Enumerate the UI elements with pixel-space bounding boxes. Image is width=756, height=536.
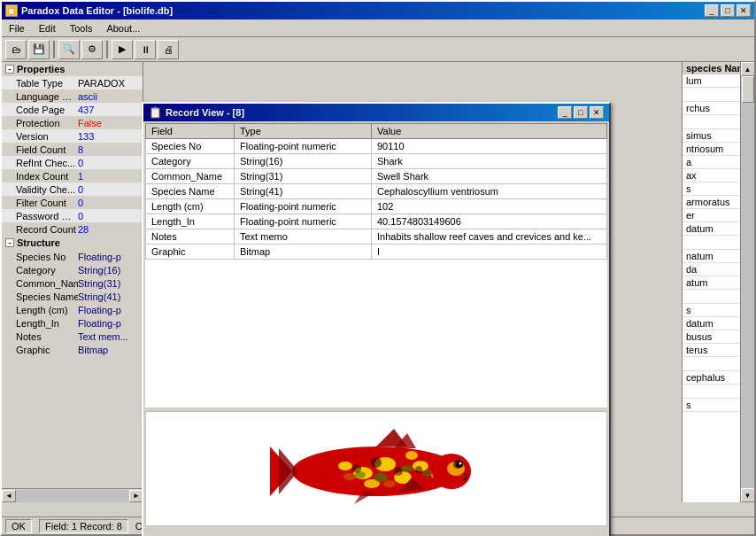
struct-length-cm: Length (cm) Floating-p xyxy=(2,303,143,316)
table-row[interactable]: Length (cm) Floating-point numeric 102 xyxy=(146,199,607,214)
table-row[interactable]: Common_Name String(31) Swell Shark xyxy=(146,169,607,184)
prop-version: Version 133 xyxy=(2,129,143,143)
prop-record-count: Record Count 28 xyxy=(2,222,143,236)
svg-point-18 xyxy=(401,465,413,472)
properties-toggle[interactable]: - xyxy=(5,65,14,74)
struct-notes-label: Notes xyxy=(16,331,78,342)
list-item: lum xyxy=(683,74,740,88)
scroll-thumb[interactable] xyxy=(742,76,754,103)
menu-edit[interactable]: Edit xyxy=(35,22,59,35)
table-row[interactable]: Length_In Floating-point numeric 40.1574… xyxy=(146,214,607,229)
toolbar-settings[interactable]: ⚙ xyxy=(81,40,103,59)
toolbar-open[interactable]: 🗁 xyxy=(5,40,27,59)
list-item: er xyxy=(683,209,740,222)
dialog-title-bar: 📋 Record View - [8] _ □ ✕ xyxy=(143,104,609,121)
left-panel: - Properties Table Type PARADOX Language… xyxy=(2,62,143,520)
list-item: a xyxy=(683,156,740,169)
right-species-list: species Name lum rchus simus ntriosum a … xyxy=(682,62,754,502)
table-row[interactable]: Species No Floating-point numeric 90110 xyxy=(146,139,607,154)
cell-field: Category xyxy=(146,154,235,169)
struct-length-cm-label: Length (cm) xyxy=(16,305,78,315)
window-title: Paradox Data Editor - [biolife.db] xyxy=(21,5,173,16)
cell-field: Length (cm) xyxy=(146,199,235,214)
list-item: datum xyxy=(683,317,740,330)
scroll-track xyxy=(741,76,754,488)
maximize-button[interactable]: □ xyxy=(721,4,735,17)
struct-category-value: String(16) xyxy=(78,265,120,276)
prop-code-page-label: Code Page xyxy=(16,105,78,115)
svg-point-11 xyxy=(343,473,356,480)
toolbar-play[interactable]: ▶ xyxy=(112,40,133,59)
toolbar-search[interactable]: 🔍 xyxy=(58,40,80,59)
prop-table-type-value: PARADOX xyxy=(78,78,125,89)
list-item xyxy=(683,385,740,399)
prop-table-type-label: Table Type xyxy=(16,78,78,89)
cell-type: String(31) xyxy=(235,169,372,184)
table-row[interactable]: Graphic Bitmap I xyxy=(146,245,607,260)
structure-header[interactable]: - Structure xyxy=(2,236,143,250)
list-item xyxy=(683,290,740,304)
cell-value: Shark xyxy=(372,154,607,169)
right-list-scrollbar[interactable]: ▲ ▼ xyxy=(740,62,754,502)
toolbar-pause[interactable]: ⏸ xyxy=(135,40,156,59)
struct-graphic-value: Bitmap xyxy=(78,345,108,355)
dialog-icon: 📋 xyxy=(149,106,162,119)
svg-point-12 xyxy=(371,457,382,468)
scroll-left[interactable]: ◄ xyxy=(2,490,16,502)
menu-about[interactable]: About... xyxy=(103,22,143,35)
svg-point-17 xyxy=(374,473,388,482)
list-item: rchus xyxy=(683,102,740,115)
toolbar-sep2 xyxy=(106,41,108,58)
prop-validity-label: Validity Che... xyxy=(16,184,78,195)
struct-category: Category String(16) xyxy=(2,263,143,276)
table-row[interactable]: Notes Text memo Inhabits shallow reef ca… xyxy=(146,229,607,245)
scroll-down[interactable]: ▼ xyxy=(741,488,755,502)
col-value: Value xyxy=(372,124,607,139)
dialog-footer: Copy to Clipboard OK xyxy=(143,528,609,536)
close-button[interactable]: ✕ xyxy=(737,4,751,17)
struct-common-name-label: Common_Name xyxy=(16,278,78,289)
struct-common-name: Common_Name String(31) xyxy=(2,276,143,290)
cell-field: Species No xyxy=(146,139,235,154)
struct-category-label: Category xyxy=(16,265,78,276)
list-item xyxy=(683,236,740,250)
struct-notes-value: Text mem... xyxy=(78,331,128,342)
window-controls: _ □ ✕ xyxy=(705,4,751,17)
dialog-close[interactable]: ✕ xyxy=(590,106,604,119)
species-header: species Name xyxy=(683,62,740,74)
table-row[interactable]: Species Name String(41) Cephaloscyllium … xyxy=(146,184,607,199)
cell-type: String(16) xyxy=(235,154,372,169)
dialog-maximize[interactable]: □ xyxy=(574,106,588,119)
prop-filter: Filter Count 0 xyxy=(2,196,143,209)
prop-language: Language Dri... ascii xyxy=(2,89,143,103)
struct-length-in-label: Length_In xyxy=(16,318,78,329)
menu-tools[interactable]: Tools xyxy=(66,22,96,35)
prop-table-type: Table Type PARADOX xyxy=(2,76,143,89)
cell-type: String(41) xyxy=(235,184,372,199)
cell-field: Species Name xyxy=(146,184,235,199)
prop-language-label: Language Dri... xyxy=(16,91,78,102)
struct-length-in-value: Floating-p xyxy=(78,318,121,329)
menu-file[interactable]: File xyxy=(5,22,28,35)
list-item: s xyxy=(683,183,740,196)
prop-refint: RefInt Chec... 0 xyxy=(2,156,143,169)
scroll-up[interactable]: ▲ xyxy=(741,62,755,76)
toolbar-print[interactable]: 🖨 xyxy=(158,40,179,59)
prop-validity: Validity Che... 0 xyxy=(2,183,143,196)
list-item: da xyxy=(683,263,740,276)
col-type: Type xyxy=(235,124,372,139)
cell-value: 40.1574803149606 xyxy=(372,214,607,229)
struct-species-name-value: String(41) xyxy=(78,291,120,302)
structure-toggle[interactable]: - xyxy=(5,238,14,247)
prop-password-value: 0 xyxy=(78,211,83,221)
dialog-minimize[interactable]: _ xyxy=(558,106,572,119)
toolbar-save[interactable]: 💾 xyxy=(28,40,50,59)
properties-header[interactable]: - Properties xyxy=(2,62,143,76)
content-area: - Properties Table Type PARADOX Language… xyxy=(2,62,754,520)
svg-point-25 xyxy=(459,462,462,465)
table-row[interactable]: Category String(16) Shark xyxy=(146,154,607,169)
prop-validity-value: 0 xyxy=(78,184,83,195)
minimize-button[interactable]: _ xyxy=(705,4,719,17)
cell-field: Length_In xyxy=(146,214,235,229)
struct-species-name-label: Species Name xyxy=(16,291,78,302)
